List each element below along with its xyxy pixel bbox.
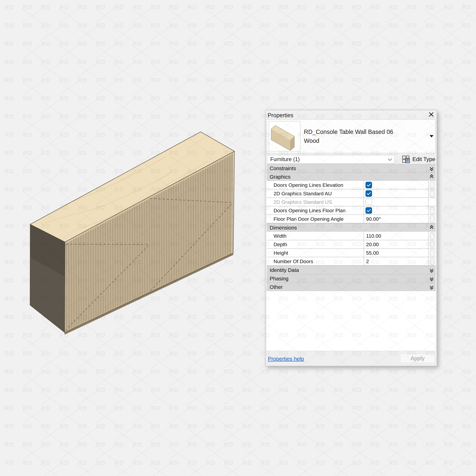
type-thumbnail (269, 121, 300, 152)
type-selector-row: Furniture (1) Edit Type (267, 155, 436, 164)
section-label: Other (270, 284, 283, 290)
expand-chevron-icon[interactable] (430, 276, 433, 281)
type-preview-area[interactable]: RD_Console Table Wall Based 06 Wood (267, 119, 436, 153)
value-height[interactable]: 55.00 (366, 250, 379, 256)
section-label: Graphics (270, 174, 290, 180)
associate-parameter-button[interactable] (430, 233, 434, 239)
edit-type-icon (402, 155, 410, 164)
property-row-doors-opening-lines-floor-plan: Doors Opening Lines Floor Plan (267, 206, 436, 215)
checkbox-2d-graphics-standard-au[interactable] (365, 190, 372, 197)
section-label: Constraints (270, 165, 296, 171)
properties-help-link[interactable]: Properties help (268, 356, 304, 362)
property-row-doors-opening-lines-elevation: Doors Opening Lines Elevation (267, 181, 436, 189)
property-label: Doors Opening Lines Elevation (273, 182, 343, 188)
property-grid: ConstraintsGraphicsDoors Opening Lines E… (267, 164, 436, 291)
section-header-other[interactable]: Other (267, 283, 436, 291)
collapse-chevron-icon[interactable] (430, 226, 433, 230)
screenshot-root: Properties RD_Console Table Wall Based 0… (0, 0, 476, 476)
checkbox-2d-graphics-standard-us (365, 199, 372, 205)
property-label: Height (273, 250, 288, 256)
property-label: Doors Opening Lines Floor Plan (273, 207, 346, 213)
section-header-dimensions[interactable]: Dimensions (267, 223, 436, 232)
property-label: 2D Graphics Standard US (273, 199, 332, 205)
close-icon[interactable] (428, 112, 434, 117)
section-header-phasing[interactable]: Phasing (267, 274, 436, 283)
associate-parameter-button[interactable] (430, 241, 434, 248)
category-combobox-value: Furniture (1) (270, 156, 300, 162)
expand-chevron-icon[interactable] (430, 166, 433, 170)
associate-parameter-button[interactable] (430, 216, 434, 222)
type-dropdown-icon[interactable] (430, 135, 433, 137)
property-row-width: Width110.00 (267, 232, 436, 240)
property-grid-empty-area (267, 291, 436, 351)
property-label: Number Of Doors (273, 258, 313, 264)
type-name-line1: RD_Console Table Wall Based 06 (304, 127, 393, 136)
expand-chevron-icon[interactable] (430, 285, 433, 289)
property-row-height: Height55.00 (267, 249, 436, 257)
value-floor-plan-door-opening-angle[interactable]: 90.00° (366, 216, 381, 222)
property-row-2d-graphics-standard-au: 2D Graphics Standard AU (267, 189, 436, 198)
apply-button[interactable]: Apply (400, 354, 435, 363)
type-name: RD_Console Table Wall Based 06 Wood (304, 127, 393, 145)
property-label: Width (273, 233, 287, 239)
value-number-of-doors[interactable]: 2 (366, 258, 369, 264)
section-header-identity-data[interactable]: Identity Data (267, 266, 436, 274)
collapse-chevron-icon[interactable] (430, 175, 433, 179)
edit-type-button[interactable]: Edit Type (402, 155, 435, 164)
property-row-floor-plan-door-opening-angle: Floor Plan Door Opening Angle90.00° (267, 215, 436, 223)
expand-chevron-icon[interactable] (430, 268, 433, 272)
type-name-line2: Wood (304, 136, 393, 145)
section-label: Phasing (270, 276, 289, 282)
section-header-constraints[interactable]: Constraints (267, 164, 436, 172)
property-row-2d-graphics-standard-us: 2D Graphics Standard US (267, 198, 436, 206)
panel-title: Properties (268, 112, 293, 119)
property-row-number-of-doors: Number Of Doors2 (267, 257, 436, 266)
associate-parameter-button[interactable] (430, 249, 434, 256)
properties-panel: Properties RD_Console Table Wall Based 0… (265, 110, 437, 366)
section-label: Dimensions (270, 225, 297, 231)
category-combobox[interactable]: Furniture (1) (267, 155, 395, 164)
checkbox-doors-opening-lines-elevation[interactable] (365, 182, 372, 188)
value-depth[interactable]: 20.00 (366, 241, 379, 247)
section-header-graphics[interactable]: Graphics (267, 172, 436, 181)
associate-parameter-button[interactable] (430, 190, 434, 197)
chevron-down-icon (388, 157, 392, 161)
property-row-depth: Depth20.00 (267, 240, 436, 249)
panel-titlebar[interactable]: Properties (267, 110, 436, 119)
property-label: Floor Plan Door Opening Angle (273, 216, 344, 222)
section-label: Identity Data (270, 267, 299, 273)
property-label: 2D Graphics Standard AU (273, 190, 332, 196)
associate-parameter-button[interactable] (430, 182, 434, 188)
value-width[interactable]: 110.00 (366, 233, 381, 239)
checkbox-doors-opening-lines-floor-plan[interactable] (365, 207, 372, 214)
associate-parameter-button[interactable] (430, 207, 434, 214)
type-thumbnail-image (269, 121, 300, 151)
associate-parameter-button[interactable] (430, 258, 434, 265)
panel-footer: Properties help Apply (267, 351, 436, 366)
property-label: Depth (273, 241, 287, 247)
edit-type-label: Edit Type (412, 156, 435, 162)
